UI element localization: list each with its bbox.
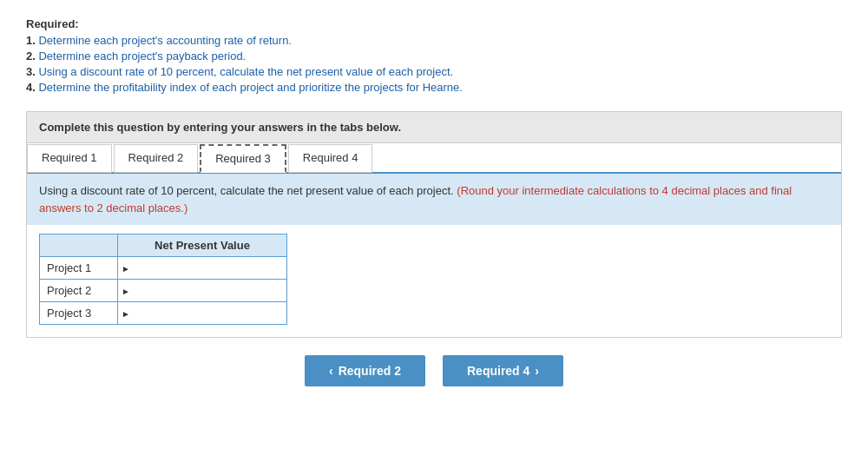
instruction-box: Complete this question by entering your … xyxy=(26,111,842,143)
next-button-label: Required 4 xyxy=(467,364,529,378)
npv-table: Net Present Value Project 1 ► Project 2 … xyxy=(39,234,287,325)
tab-description: Using a discount rate of 10 percent, cal… xyxy=(27,174,841,225)
tab-main-text: Using a discount rate of 10 percent, cal… xyxy=(39,184,454,197)
tab-required-3[interactable]: Required 3 xyxy=(200,144,286,173)
table-row: Project 2 ► xyxy=(40,280,287,302)
required-title: Required: xyxy=(26,17,842,30)
row-label-1: Project 1 xyxy=(40,257,118,280)
required-list-item: 4. Determine the profitability index of … xyxy=(26,81,842,94)
row-input-cell-3[interactable]: ► xyxy=(118,302,287,325)
next-button[interactable]: Required 4 › xyxy=(443,355,563,386)
row-label-2: Project 2 xyxy=(40,280,118,302)
row-label-3: Project 3 xyxy=(40,302,118,325)
prev-button[interactable]: ‹ Required 2 xyxy=(305,355,425,386)
nav-buttons: ‹ Required 2 Required 4 › xyxy=(26,355,842,386)
prev-arrow-icon: ‹ xyxy=(329,364,333,378)
tabs-row: Required 1 Required 2 Required 3 Require… xyxy=(27,143,841,174)
table-row: Project 1 ► xyxy=(40,257,287,280)
tab-required-4[interactable]: Required 4 xyxy=(288,144,373,173)
tab-required-2[interactable]: Required 2 xyxy=(114,144,199,173)
required-list-item: 2. Determine each project's payback peri… xyxy=(26,50,842,63)
required-header: Required: 1. Determine each project's ac… xyxy=(26,17,842,94)
table-npv-header: Net Present Value xyxy=(118,234,287,257)
tab-required-1[interactable]: Required 1 xyxy=(27,144,112,173)
required-list-item: 1. Determine each project's accounting r… xyxy=(26,34,842,47)
row-input-cell-1[interactable]: ► xyxy=(118,257,287,280)
instruction-text: Complete this question by entering your … xyxy=(39,121,401,134)
row-input-cell-2[interactable]: ► xyxy=(118,280,287,302)
required-list: 1. Determine each project's accounting r… xyxy=(26,34,842,94)
required-list-item: 3. Using a discount rate of 10 percent, … xyxy=(26,65,842,78)
row-input-1[interactable] xyxy=(123,261,281,274)
row-input-3[interactable] xyxy=(123,307,281,320)
table-row: Project 3 ► xyxy=(40,302,287,325)
next-arrow-icon: › xyxy=(535,364,539,378)
table-label-header xyxy=(40,234,118,257)
table-section: Net Present Value Project 1 ► Project 2 … xyxy=(27,225,841,337)
prev-button-label: Required 2 xyxy=(339,364,401,378)
tabs-container: Required 1 Required 2 Required 3 Require… xyxy=(26,143,842,338)
row-input-2[interactable] xyxy=(123,284,281,297)
